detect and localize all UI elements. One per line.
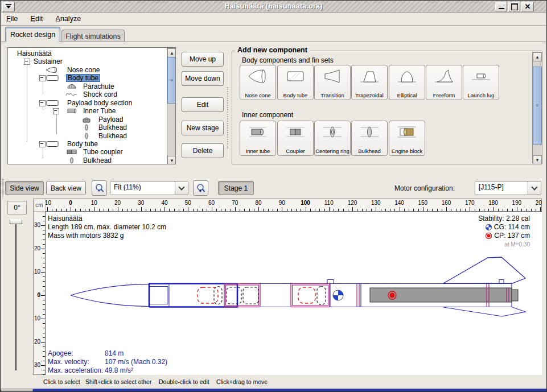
- tree-item-label[interactable]: Shock cord: [82, 90, 118, 98]
- combo-arrow[interactable]: [175, 181, 188, 195]
- scroll-up-icon[interactable]: ▲: [167, 48, 176, 57]
- close-button[interactable]: ✕: [521, 2, 534, 11]
- ruler-tick: [470, 207, 470, 211]
- tree-item-bulkhead[interactable]: Bulkhead: [8, 156, 166, 164]
- tree-item-bulkhead[interactable]: Bulkhead: [8, 132, 166, 140]
- toolbar-drag-handle[interactable]: [2, 179, 4, 196]
- motor-configuration-value: [J115-P]: [475, 181, 528, 195]
- tree-item-label[interactable]: Haisunäätä: [16, 49, 53, 57]
- tree-item-bulkhead[interactable]: Bulkhead: [8, 123, 166, 131]
- window-menu-button[interactable]: [2, 2, 15, 11]
- new-stage-button[interactable]: New stage: [182, 121, 224, 135]
- parachute-outline[interactable]: [198, 287, 218, 303]
- rocket-name: Haisunäätä: [48, 214, 166, 223]
- tree-collapse-icon[interactable]: [53, 108, 59, 114]
- rocket-canvas[interactable]: Haisunäätä Length 189 cm, max. diameter …: [46, 212, 542, 375]
- scroll-up-icon[interactable]: ▲: [533, 52, 542, 61]
- menu-edit[interactable]: Edit: [26, 13, 48, 26]
- edit-button[interactable]: Edit: [182, 97, 224, 112]
- add-engine-block-button[interactable]: Engine block: [389, 121, 425, 156]
- tree-item-label[interactable]: Parachute: [82, 82, 116, 90]
- menu-file[interactable]: File: [1, 13, 23, 26]
- tree-item-nose-cone[interactable]: Nose cone: [8, 66, 166, 74]
- ruler-tick: [43, 216, 45, 217]
- zoom-out-button[interactable]: [92, 180, 107, 196]
- launch-lug-outline[interactable]: [327, 280, 334, 284]
- tree-collapse-icon[interactable]: [24, 59, 30, 65]
- payload-outline[interactable]: [227, 287, 241, 304]
- scroll-down-icon[interactable]: ▼: [533, 155, 542, 164]
- tree-item-label[interactable]: Nose cone: [66, 66, 101, 74]
- ruler-tick: [43, 281, 45, 282]
- parachute-outline[interactable]: [298, 287, 315, 303]
- add-elliptical-button[interactable]: Elliptical: [389, 65, 425, 100]
- tree-item-tube-coupler[interactable]: Tube coupler: [8, 148, 166, 156]
- tree-item-inner-tube[interactable]: Inner Tube: [8, 107, 166, 115]
- tree-item-payload[interactable]: Payload: [8, 115, 166, 123]
- rotation-slider-handle[interactable]: [10, 219, 22, 224]
- payload-outline[interactable]: [243, 287, 258, 304]
- tree-item-body-tube[interactable]: Body tube: [8, 74, 166, 82]
- tree-item-label[interactable]: Tube coupler: [82, 148, 124, 156]
- maximize-button[interactable]: [508, 2, 520, 11]
- motor-nozzle[interactable]: [512, 290, 518, 301]
- tree-collapse-icon[interactable]: [39, 100, 46, 106]
- tab-flight-simulations[interactable]: Flight simulations: [61, 30, 125, 42]
- zoom-in-button[interactable]: [193, 180, 208, 196]
- fin-outline[interactable]: [443, 257, 525, 283]
- tree-item-label[interactable]: Bulkhead: [97, 123, 128, 131]
- nose-cone-outline[interactable]: [71, 284, 149, 307]
- tree-scrollbar[interactable]: ▲ ≡ ▼: [167, 48, 176, 164]
- tree-item-label[interactable]: Bulkhead: [82, 156, 113, 164]
- zoom-level-select[interactable]: Fit (11%): [110, 181, 188, 195]
- add-freeform-button[interactable]: Freeform: [426, 65, 462, 100]
- tree-item-payload-body-section[interactable]: Payload body section: [8, 99, 166, 107]
- panel-separator[interactable]: [227, 87, 228, 148]
- tree-item-label[interactable]: Bulkhead: [97, 132, 128, 140]
- bulkhead-outline[interactable]: [357, 284, 359, 307]
- move-up-button[interactable]: Move up: [182, 52, 224, 67]
- add-inner-tube-button[interactable]: Inner tube: [240, 121, 276, 156]
- tree-item-label[interactable]: Sustainer: [32, 57, 64, 65]
- add-coupler-button[interactable]: Coupler: [277, 121, 314, 156]
- tree-item-label[interactable]: Payload body section: [66, 99, 133, 107]
- tree-item-shock-cord[interactable]: Shock cord: [8, 90, 166, 98]
- tree-item-body-tube[interactable]: Body tube: [8, 140, 166, 148]
- stage-1-toggle[interactable]: Stage 1: [218, 181, 254, 195]
- tree-item-sustainer[interactable]: Sustainer: [8, 57, 166, 65]
- minimize-button[interactable]: [495, 2, 507, 11]
- motor-configuration-select[interactable]: [J115-P]: [475, 181, 541, 195]
- tree-collapse-icon[interactable]: [39, 75, 46, 81]
- title-bar[interactable]: Haisunäätä (haisunaata.ork): [1, 1, 546, 13]
- add-transition-button[interactable]: Transition: [314, 65, 351, 100]
- move-down-button[interactable]: Move down: [182, 71, 224, 86]
- tree-item-parachute[interactable]: Parachute: [8, 82, 166, 90]
- ruler-tick: [493, 207, 494, 211]
- add-nose-cone-button[interactable]: Nose cone: [240, 65, 276, 100]
- tree-item-haisun-t-[interactable]: Haisunäätä: [8, 49, 166, 57]
- tree-item-label[interactable]: Body tube: [66, 140, 99, 148]
- tree-collapse-icon[interactable]: [39, 141, 46, 147]
- tree-item-label[interactable]: Body tube: [66, 74, 100, 82]
- resize-grip[interactable]: [1, 389, 33, 392]
- component-panel-scrollbar[interactable]: ▲ ≡ ▼: [532, 52, 541, 163]
- tree-item-label[interactable]: Inner Tube: [82, 107, 117, 115]
- tab-rocket-design[interactable]: Rocket design: [5, 27, 60, 42]
- add-centering-ring-button[interactable]: Centering ring: [314, 121, 351, 156]
- component-tree[interactable]: HaisunäätäSustainerNose coneBody tubePar…: [7, 47, 176, 164]
- shock-cord-outline[interactable]: [317, 287, 326, 305]
- tree-scrollbar-thumb[interactable]: ≡: [167, 57, 176, 104]
- add-bulkhead-button[interactable]: Bulkhead: [351, 121, 388, 156]
- scroll-down-icon[interactable]: ▼: [167, 156, 176, 164]
- add-launch-lug-button[interactable]: Launch lug: [463, 65, 499, 100]
- back-view-button[interactable]: Back view: [46, 181, 86, 195]
- side-view-button[interactable]: Side view: [5, 181, 44, 195]
- tree-item-label[interactable]: Payload: [97, 115, 124, 123]
- delete-button[interactable]: Delete: [182, 143, 224, 158]
- combo-arrow[interactable]: [528, 181, 541, 195]
- menu-analyze[interactable]: Analyze: [51, 13, 86, 26]
- component-panel-scrollbar-thumb[interactable]: ≡: [533, 67, 542, 145]
- add-body-tube-button[interactable]: Body tube: [277, 65, 314, 100]
- add-trapezoidal-button[interactable]: Trapezoidal: [351, 65, 388, 100]
- fin-outline[interactable]: [443, 307, 525, 316]
